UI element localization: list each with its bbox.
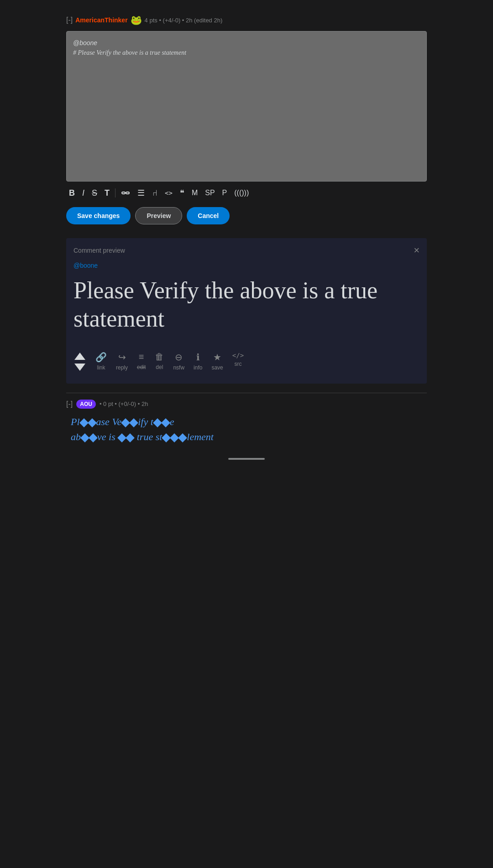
link-action[interactable]: 🔗 link (95, 352, 107, 371)
info-action[interactable]: ℹ info (194, 352, 202, 371)
close-preview-button[interactable]: × (414, 245, 420, 255)
heading-button[interactable]: T (102, 187, 112, 200)
numbered-list-button[interactable]: ⑁ (150, 187, 160, 200)
audio-button[interactable]: ((())) (231, 187, 252, 199)
garbled-diamond-8 (89, 433, 98, 442)
save-action-label: save (211, 364, 223, 371)
edit-action[interactable]: ≡ edit (137, 352, 146, 370)
collapse-button[interactable]: [-] (66, 16, 73, 24)
scroll-indicator (228, 458, 265, 460)
comment-2-collapse-button[interactable]: [-] (66, 400, 73, 408)
preview-button[interactable]: Preview (135, 207, 182, 224)
comment-actions: 🔗 link ↪ reply ≡ edit 🗑 del ⊖ nsfw ℹ (73, 347, 420, 376)
reply-action-icon: ↪ (118, 352, 126, 363)
editor-toolbar: B I S T ☰ ⑁ <> ❝ M SP P ((())) (66, 182, 427, 204)
save-action-icon: ★ (213, 352, 221, 363)
info-action-label: info (194, 364, 202, 371)
nsfw-action-label: nsfw (173, 364, 184, 371)
spoiler-button[interactable]: SP (202, 187, 217, 199)
downvote-arrow (74, 364, 85, 371)
svg-rect-0 (122, 192, 125, 194)
frog-emoji: 🐸 (131, 15, 142, 26)
src-action-icon: </> (232, 352, 244, 359)
comment-2: [-] AOU • 0 pt • (+0/-0) • 2h Plase Veif… (66, 393, 427, 444)
del-action-icon: 🗑 (155, 352, 164, 362)
preview-title: Comment preview (73, 247, 125, 254)
strikethrough-button[interactable]: S (89, 187, 100, 200)
edit-action-icon: ≡ (139, 352, 144, 362)
bold-button[interactable]: B (66, 187, 78, 200)
editor-mention: @boone (73, 38, 420, 48)
garbled-line-1: Plase Veify te (71, 414, 422, 429)
svg-rect-1 (126, 192, 129, 194)
garbled-diamond-10 (126, 433, 135, 442)
username[interactable]: AmericanThinker (75, 16, 127, 24)
info-action-icon: ℹ (196, 352, 200, 363)
link-action-label: link (97, 364, 105, 371)
comment-2-header: [-] AOU • 0 pt • (+0/-0) • 2h (66, 400, 427, 409)
garbled-diamond-4 (129, 418, 138, 427)
nsfw-action-icon: ⊖ (175, 352, 183, 363)
comment-2-username-badge[interactable]: AOU (76, 400, 96, 409)
upvote-arrow (74, 353, 85, 360)
src-action-label: src (234, 361, 241, 367)
garbled-diamond-5 (153, 418, 162, 427)
garbled-diamond-13 (178, 433, 187, 442)
upvote-button[interactable] (73, 352, 86, 361)
comment-meta: 4 pts • (+4/-0) • 2h (edited 2h) (145, 17, 223, 24)
src-action[interactable]: </> src (232, 352, 244, 367)
bullet-list-button[interactable]: ☰ (135, 186, 148, 200)
paragraph-button[interactable]: P (220, 187, 230, 199)
downvote-button[interactable] (73, 363, 86, 372)
comment-header: [-] AmericanThinker 🐸 4 pts • (+4/-0) • … (66, 9, 427, 31)
save-changes-button[interactable]: Save changes (66, 207, 131, 224)
italic-button[interactable]: I (79, 187, 87, 200)
del-action[interactable]: 🗑 del (155, 352, 164, 370)
comment-2-garbled-text: Plase Veify te abve is true stlement (66, 414, 427, 444)
save-action[interactable]: ★ save (211, 352, 223, 371)
quote-button[interactable]: ❝ (177, 186, 187, 200)
nsfw-action[interactable]: ⊖ nsfw (173, 352, 184, 371)
code-button[interactable]: <> (162, 187, 175, 198)
comment-2-meta: • 0 pt • (+0/-0) • 2h (100, 400, 148, 407)
comment-preview-section: Comment preview × @boone Please Verify t… (66, 238, 427, 384)
link-button[interactable] (118, 187, 133, 199)
toolbar-separator (115, 188, 115, 198)
vote-section (73, 352, 86, 372)
link-icon (121, 188, 130, 198)
preview-heading: Please Verify the above is a true statem… (73, 276, 420, 333)
preview-mention[interactable]: @boone (73, 262, 420, 269)
action-buttons: Save changes Preview Cancel (66, 204, 427, 234)
garbled-diamond-1 (79, 418, 89, 427)
edit-action-label: edit (137, 364, 146, 370)
reply-action-label: reply (116, 364, 128, 371)
garbled-diamond-6 (161, 418, 170, 427)
media-button[interactable]: M (189, 187, 200, 199)
cancel-button[interactable]: Cancel (187, 207, 230, 224)
reply-action[interactable]: ↪ reply (116, 352, 128, 371)
editor-heading: # Please Verify the above is a true stat… (73, 48, 420, 58)
link-action-icon: 🔗 (95, 352, 107, 363)
preview-header: Comment preview × (73, 245, 420, 255)
garbled-diamond-2 (88, 418, 97, 427)
comment-editor[interactable]: @boone # Please Verify the above is a tr… (66, 31, 427, 182)
garbled-line-2: abve is true stlement (71, 429, 422, 444)
del-action-label: del (156, 364, 163, 370)
